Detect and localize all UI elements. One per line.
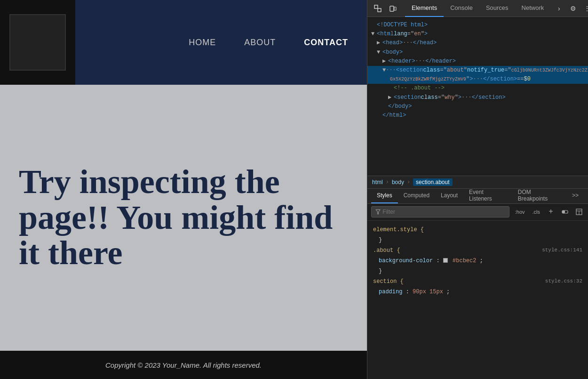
tab-layout[interactable]: Layout [435,188,463,203]
tab-computed[interactable]: Computed [398,188,435,203]
svg-rect-6 [562,210,565,213]
css-rule-about-close: } [367,266,588,276]
tree-section-about-cont: Gx5X2QzYzBkZWRfMjgzZTYyZmV9 " > ··· </se… [367,75,588,84]
tab-more[interactable]: >> [566,188,584,203]
inspect-element-icon[interactable] [371,2,384,15]
html-tree[interactable]: <!DOCTYPE html> ▼ <html lang="en" > ▶ <h… [367,17,588,176]
logo-image [9,14,66,71]
more-tabs-icon[interactable]: › [552,2,565,15]
nav-contact[interactable]: CONTACT [304,38,348,48]
tab-styles[interactable]: Styles [371,188,398,203]
website-panel: HOME ABOUT CONTACT Try inspecting the pa… [0,0,367,379]
css-rule-element-style[interactable]: element.style { [367,225,588,235]
svg-rect-2 [390,6,394,11]
cls-toggle[interactable]: .cls [531,208,542,216]
tree-doctype[interactable]: <!DOCTYPE html> [367,21,588,30]
devtools-tabs: Elements Console Sources Network [405,0,550,17]
tree-body-close[interactable]: </body> [367,102,588,111]
filter-input[interactable] [382,209,505,215]
svg-rect-0 [374,5,378,8]
tab-dom-breakpoints[interactable]: DOM Breakpoints [512,188,566,203]
tab-event-listeners[interactable]: Event Listeners [463,188,512,203]
tree-comment-about[interactable]: <!-- .about --> [367,84,588,93]
tab-elements[interactable]: Elements [405,0,444,17]
hero-section: Try inspecting the page!! You might find… [0,85,367,351]
tree-section-about[interactable]: ▼ ··· <section class="about" notify_true… [367,66,588,75]
tree-head[interactable]: ▶ <head> ··· </head> [367,39,588,48]
breadcrumb-bar: html › body › section.about [367,176,588,189]
breadcrumb-body[interactable]: body [392,179,404,185]
hero-text: Try inspecting the page!! You might find… [19,164,348,271]
filter-bar: :hov .cls + [367,204,588,221]
svg-marker-4 [376,210,380,214]
hov-toggle[interactable]: :hov [513,208,527,216]
color-swatch-bcbec2[interactable] [443,258,448,263]
svg-rect-1 [378,8,381,12]
nav-home[interactable]: HOME [189,38,216,48]
footer-copyright: Copyright © 2023 Your_Name. All rights r… [105,361,262,369]
css-prop-background-color[interactable]: background-color : #bcbec2 ; [367,256,588,266]
devtools-topbar: Elements Console Sources Network › ⚙ ⋮ ✕ [367,0,588,17]
devtools-icons-left [371,2,399,15]
tree-section-why[interactable]: ▶ <section class="why" > ··· </section> [367,93,588,102]
breadcrumb-html[interactable]: html [372,179,383,185]
site-header: HOME ABOUT CONTACT [0,0,367,85]
add-style-icon[interactable]: + [546,207,556,217]
css-rule-element-style-close: } [367,235,588,245]
tab-console[interactable]: Console [444,0,479,17]
tab-network[interactable]: Network [515,0,551,17]
more-options-icon[interactable]: ⋮ [580,2,588,15]
breadcrumb-section-about[interactable]: section.about [413,178,452,186]
devtools-panel: Elements Console Sources Network › ⚙ ⋮ ✕… [367,0,588,379]
device-toggle-icon[interactable] [386,2,399,15]
css-prop-padding[interactable]: padding : 90px 15px ; [367,287,588,297]
nav-about[interactable]: ABOUT [244,38,276,48]
styles-tabs: Styles Computed Layout Event Listeners D… [367,189,588,204]
devtools-toolbar-right: › ⚙ ⋮ ✕ [552,2,588,15]
tree-body[interactable]: ▼ <body> [367,48,588,57]
svg-rect-3 [394,7,396,10]
layout-icon[interactable] [574,207,584,217]
filter-input-area[interactable] [371,206,509,218]
css-rule-section[interactable]: section { style.css:32 [367,276,588,287]
site-footer: Copyright © 2023 Your_Name. All rights r… [0,351,367,379]
tree-html[interactable]: ▼ <html lang="en" > [367,30,588,39]
css-panel: element.style { } .about { style.css:141… [367,221,588,379]
settings-icon[interactable]: ⚙ [566,2,580,15]
toggle-state-icon[interactable] [560,207,570,217]
site-nav: HOME ABOUT CONTACT [189,38,348,48]
css-rule-about[interactable]: .about { style.css:141 [367,245,588,256]
tab-sources[interactable]: Sources [479,0,515,17]
tree-html-close[interactable]: </html> [367,111,588,120]
filter-icon [375,209,381,215]
tree-header[interactable]: ▶ <header> ··· </header> [367,57,588,66]
logo-box [0,0,75,85]
